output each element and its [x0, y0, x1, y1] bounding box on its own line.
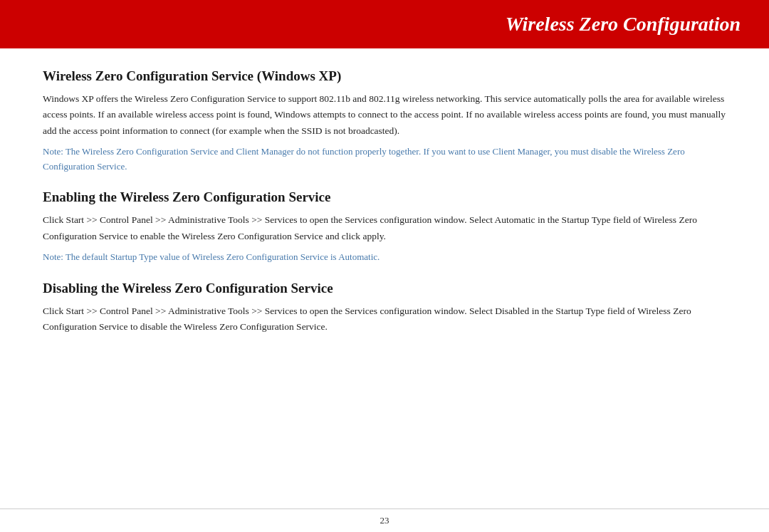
- page-number: 23: [380, 515, 389, 526]
- section3-heading: Disabling the Wireless Zero Configuratio…: [43, 281, 726, 296]
- section1-heading: Wireless Zero Configuration Service (Win…: [43, 68, 726, 84]
- header-banner: Wireless Zero Configuration: [0, 0, 769, 48]
- section1-note: Note: The Wireless Zero Configuration Se…: [43, 145, 726, 174]
- section-enabling-wzc: Enabling the Wireless Zero Configuration…: [43, 189, 726, 264]
- section3-body: Click Start >> Control Panel >> Administ…: [43, 303, 726, 335]
- page-title: Wireless Zero Configuration: [506, 13, 741, 36]
- content-area: Wireless Zero Configuration Service (Win…: [0, 48, 769, 508]
- section-wzc-windows-xp: Wireless Zero Configuration Service (Win…: [43, 68, 726, 174]
- section-disabling-wzc: Disabling the Wireless Zero Configuratio…: [43, 281, 726, 335]
- page-footer: 23: [0, 508, 769, 532]
- section2-heading: Enabling the Wireless Zero Configuration…: [43, 189, 726, 205]
- section2-body: Click Start >> Control Panel >> Administ…: [43, 212, 726, 244]
- section1-body: Windows XP offers the Wireless Zero Conf…: [43, 91, 726, 139]
- section2-note: Note: The default Startup Type value of …: [43, 250, 726, 265]
- page-wrapper: Wireless Zero Configuration Wireless Zer…: [0, 0, 769, 532]
